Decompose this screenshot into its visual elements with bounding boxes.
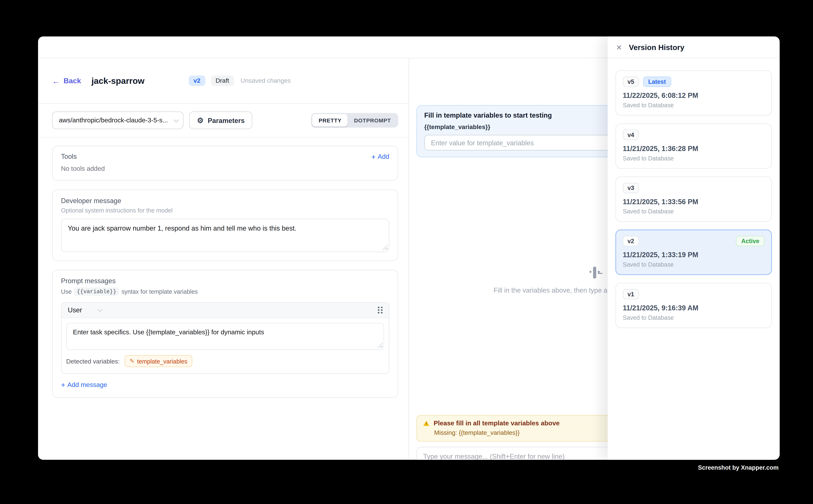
version-chip: v2 <box>623 236 639 246</box>
active-badge: Active <box>736 236 765 246</box>
version-note: Saved to Database <box>623 208 765 215</box>
version-date: 11/21/2025, 9:16:39 AM <box>623 304 765 312</box>
view-mode-toggle: PRETTY DOTPROMPT <box>311 113 398 128</box>
message-body: Enter task specifics. Use {{template_var… <box>61 318 389 350</box>
back-button[interactable]: ← Back <box>52 77 81 85</box>
version-note: Saved to Database <box>623 315 765 321</box>
version-card-v4[interactable]: v4 11/21/2025, 1:36:28 PM Saved to Datab… <box>616 123 772 169</box>
parameters-button[interactable]: ⚙ Parameters <box>189 112 253 129</box>
pencil-icon: ✎ <box>130 358 134 365</box>
draft-badge: Draft <box>211 76 234 86</box>
add-message-button[interactable]: + Add message <box>61 381 107 388</box>
version-chip: v3 <box>623 183 639 193</box>
version-note: Saved to Database <box>623 261 765 268</box>
version-date: 11/21/2025, 1:33:19 PM <box>623 251 765 259</box>
version-date: 11/22/2025, 6:08:12 PM <box>623 92 765 99</box>
gear-icon: ⚙ <box>197 117 204 124</box>
version-history-panel: ✕ Version History v5 Latest 11/22/2025, … <box>608 36 780 460</box>
close-icon[interactable]: ✕ <box>616 44 622 51</box>
version-badge: v2 <box>189 76 205 86</box>
version-card-v2-active[interactable]: v2 Active 11/21/2025, 1:33:19 PM Saved t… <box>616 230 772 275</box>
version-card-v5[interactable]: v5 Latest 11/22/2025, 6:08:12 PM Saved t… <box>616 70 772 116</box>
version-chip: v4 <box>623 130 639 140</box>
add-tool-label: Add <box>378 153 389 160</box>
back-arrow-icon: ← <box>52 77 60 85</box>
model-toolbar: aws/anthropic/bedrock-claude-3-5-s... ⚙ … <box>38 104 409 137</box>
hint-suffix: syntax for template variables <box>121 289 198 295</box>
developer-message-subtitle: Optional system instructions for the mod… <box>61 207 389 214</box>
drag-handle-icon[interactable] <box>378 307 382 313</box>
version-card-v1[interactable]: v1 11/21/2025, 9:16:39 AM Saved to Datab… <box>616 283 772 328</box>
version-chip: v1 <box>623 289 639 299</box>
warning-title: Please fill in all template variables ab… <box>434 420 560 427</box>
detected-variables-row: Detected variables: ✎ template_variables <box>61 350 389 373</box>
template-variable-name: template_variables <box>137 358 187 364</box>
back-label: Back <box>64 77 81 85</box>
version-date: 11/21/2025, 1:33:56 PM <box>623 198 765 206</box>
version-chip: v5 <box>623 77 639 87</box>
add-message-label: Add message <box>67 381 107 388</box>
tools-empty-text: No tools added <box>61 165 389 172</box>
robot-icon <box>593 268 596 278</box>
version-note: Saved to Database <box>623 102 765 108</box>
plus-icon: + <box>61 381 65 388</box>
template-variable-chip[interactable]: ✎ template_variables <box>124 355 192 367</box>
chevron-down-icon <box>173 117 179 122</box>
prompt-messages-title: Prompt messages <box>61 277 389 285</box>
prompt-header: ← Back jack-sparrow v2 Draft Unsaved cha… <box>38 58 409 104</box>
watermark-label: Screenshot by Xnapper.com <box>698 464 779 471</box>
version-list: v5 Latest 11/22/2025, 6:08:12 PM Saved t… <box>608 58 780 340</box>
unsaved-changes-label: Unsaved changes <box>241 77 291 84</box>
screenshot-canvas: ← Back jack-sparrow v2 Draft Unsaved cha… <box>0 0 813 504</box>
model-select[interactable]: aws/anthropic/bedrock-claude-3-5-s... <box>52 112 183 129</box>
warning-icon <box>423 421 429 426</box>
message-block: User Enter task specifics. Use {{templat… <box>61 302 389 374</box>
version-date: 11/21/2025, 1:36:28 PM <box>623 145 765 152</box>
version-note: Saved to Database <box>623 155 765 162</box>
editor-pane: ← Back jack-sparrow v2 Draft Unsaved cha… <box>38 58 409 459</box>
hint-prefix: Use <box>61 289 72 295</box>
tools-title: Tools <box>61 152 77 160</box>
add-message-row: + Add message <box>61 374 389 391</box>
editor-content: Tools + Add No tools added Developer mes… <box>38 138 409 398</box>
message-textarea-wrap: Enter task specifics. Use {{template_var… <box>66 323 384 350</box>
tab-dotprompt[interactable]: DOTPROMPT <box>348 114 397 127</box>
variable-syntax-chip: {{variable}} <box>74 287 119 296</box>
add-tool-button[interactable]: + Add <box>371 153 389 160</box>
message-textarea[interactable]: Enter task specifics. Use {{template_var… <box>66 323 384 350</box>
prompt-syntax-hint: Use {{variable}} syntax for template var… <box>61 287 389 296</box>
tab-pretty[interactable]: PRETTY <box>313 114 348 127</box>
plus-icon: + <box>371 153 376 160</box>
version-card-v3[interactable]: v3 11/21/2025, 1:33:56 PM Saved to Datab… <box>616 176 772 222</box>
prompt-messages-card: Prompt messages Use {{variable}} syntax … <box>52 270 398 398</box>
model-select-value: aws/anthropic/bedrock-claude-3-5-s... <box>59 117 174 124</box>
version-history-title: Version History <box>629 43 685 51</box>
page-title: jack-sparrow <box>91 76 144 86</box>
app-window: ← Back jack-sparrow v2 Draft Unsaved cha… <box>38 36 780 460</box>
message-header: User <box>61 303 389 318</box>
developer-message-title: Developer message <box>61 197 389 205</box>
chevron-down-icon <box>98 307 103 312</box>
developer-message-card: Developer message Optional system instru… <box>52 190 398 261</box>
developer-textarea-wrap: You are jack sparrow number 1, respond a… <box>61 219 389 252</box>
version-history-header: ✕ Version History <box>608 36 780 58</box>
developer-message-textarea[interactable]: You are jack sparrow number 1, respond a… <box>61 219 389 252</box>
role-select-value: User <box>68 306 82 314</box>
role-select[interactable]: User <box>68 306 101 314</box>
latest-badge: Latest <box>643 77 671 87</box>
parameters-label: Parameters <box>208 116 245 124</box>
tools-card: Tools + Add No tools added <box>52 146 398 181</box>
detected-variables-label: Detected variables: <box>66 357 120 365</box>
